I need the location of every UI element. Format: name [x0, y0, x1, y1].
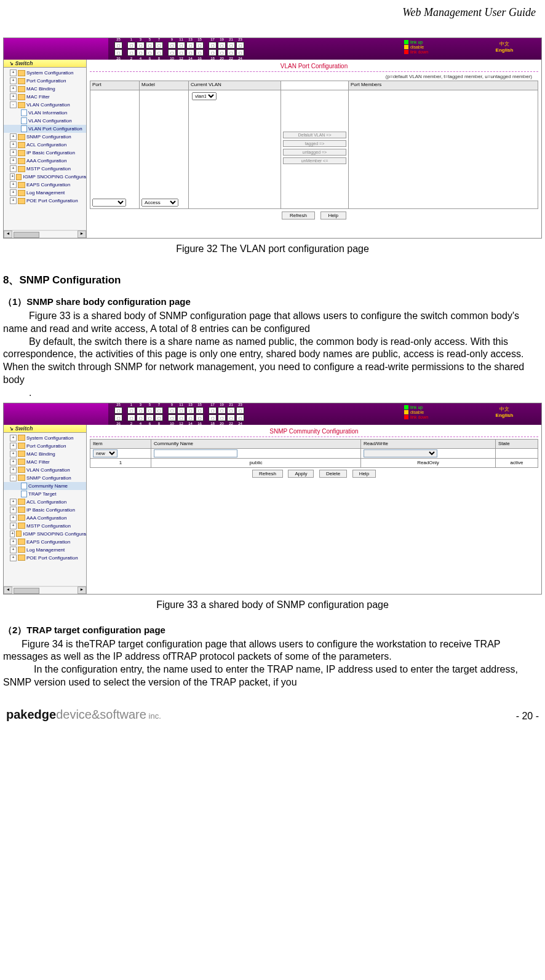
lang-zh[interactable]: 中文	[467, 41, 541, 47]
language-switch[interactable]: 中文 English	[467, 38, 541, 60]
folder-icon	[18, 467, 25, 473]
tree-item[interactable]: +POE Port Configuration	[4, 554, 86, 562]
scroll-left-icon[interactable]: ◄	[4, 231, 12, 238]
tree-item[interactable]: +IP Basic Configuration	[4, 149, 86, 157]
tree-item[interactable]: +SNMP Configuration	[4, 133, 86, 141]
read-write-select[interactable]	[364, 449, 437, 457]
community-name-input[interactable]	[154, 449, 237, 457]
tree-item[interactable]: +AAA Configuration	[4, 157, 86, 165]
folder-icon	[18, 150, 25, 156]
untagged-button[interactable]: untagged =>	[283, 149, 346, 156]
tree-item[interactable]: +POE Port Configuration	[4, 197, 86, 205]
tagged-button[interactable]: tagged =>	[283, 140, 346, 147]
switch-header: 25▢▢261▢▢23▢▢45▢▢67▢▢89▢▢1011▢▢1213▢▢141…	[4, 38, 541, 60]
scroll-right-icon[interactable]: ►	[78, 231, 86, 238]
nav-tree[interactable]: +System Configuration+Port Configuration…	[4, 68, 86, 206]
row-state: active	[496, 458, 538, 467]
tree-item[interactable]: +IGMP SNOOPING Configura	[4, 173, 86, 181]
sidebar-scrollbar[interactable]: ◄ ►	[4, 230, 86, 238]
tree-sub-item[interactable]: VLAN Port Configuration	[4, 125, 86, 133]
scroll-right-icon[interactable]: ►	[78, 587, 86, 594]
folder-icon	[18, 515, 25, 521]
tree-item[interactable]: +VLAN Configuration	[4, 466, 86, 474]
doc-icon	[21, 483, 27, 489]
tree-item[interactable]: +ACL Configuration	[4, 141, 86, 149]
tree-item[interactable]: +EAPS Configuration	[4, 181, 86, 189]
unmember-button[interactable]: unMember <=	[283, 157, 346, 164]
lang-en[interactable]: English	[467, 413, 541, 418]
tree-item[interactable]: +MSTP Configuration	[4, 165, 86, 173]
folder-icon	[18, 539, 25, 545]
folder-icon	[18, 158, 25, 164]
help-button[interactable]: Help	[352, 470, 376, 478]
tree-item[interactable]: +MSTP Configuration	[4, 522, 86, 530]
tree-item[interactable]: +Port Configuration	[4, 77, 86, 85]
col-port: Port	[90, 81, 140, 90]
tree-sub-item[interactable]: Community Name	[4, 482, 86, 490]
help-button[interactable]: Help	[320, 211, 346, 219]
col-state: State	[496, 439, 538, 448]
fig32-caption: Figure 32 The VLAN port configuration pa…	[3, 242, 542, 264]
scroll-thumb[interactable]	[14, 232, 39, 238]
lang-zh[interactable]: 中文	[467, 406, 541, 413]
tree-item[interactable]: +Log Management	[4, 546, 86, 554]
folder-icon	[18, 134, 25, 140]
folder-icon	[18, 142, 25, 148]
port-select[interactable]	[92, 199, 126, 207]
folder-icon	[18, 94, 25, 100]
col-current-vlan: Current VLAN	[189, 81, 281, 90]
tree-item[interactable]: +MAC Filter	[4, 458, 86, 466]
tree-item[interactable]: +Log Management	[4, 189, 86, 197]
tree-sub-item[interactable]: TRAP Target	[4, 490, 86, 498]
sidebar-title: ↘ Switch	[4, 60, 86, 68]
tree-item[interactable]: +ACL Configuration	[4, 498, 86, 506]
folder-icon	[18, 459, 25, 465]
apply-button[interactable]: Apply	[288, 470, 314, 478]
tree-item[interactable]: +MAC Binding	[4, 85, 86, 93]
nav-sidebar: ↘ Switch +System Configuration+Port Conf…	[4, 60, 87, 238]
tree-item[interactable]: +MAC Filter	[4, 93, 86, 101]
sidebar-scrollbar[interactable]: ◄ ►	[4, 586, 86, 594]
tree-item[interactable]: +IGMP SNOOPING Configura	[4, 530, 86, 538]
tree-item[interactable]: +IP Basic Configuration	[4, 506, 86, 514]
nav-tree[interactable]: +System Configuration+Port Configuration…	[4, 433, 86, 563]
tree-item[interactable]: +AAA Configuration	[4, 514, 86, 522]
tree-sub-item[interactable]: VLAN Configuration	[4, 117, 86, 125]
item-select[interactable]: new	[93, 449, 117, 457]
tree-item[interactable]: +EAPS Configuration	[4, 538, 86, 546]
folder-icon	[16, 531, 22, 537]
refresh-button[interactable]: Refresh	[252, 470, 283, 478]
current-vlan-select[interactable]: vlan1	[192, 92, 217, 100]
tree-item[interactable]: +Port Configuration	[4, 442, 86, 450]
tree-item[interactable]: +MAC Binding	[4, 450, 86, 458]
section-8-heading: 8、SNMP Configuration	[3, 273, 542, 287]
scroll-left-icon[interactable]: ◄	[4, 587, 12, 594]
legend-link-down: link down	[410, 50, 428, 54]
scroll-thumb[interactable]	[14, 588, 39, 594]
sub-1-body: Figure 33 is a shared body of SNMP confi…	[3, 310, 542, 400]
delete-button[interactable]: Delete	[319, 470, 347, 478]
switch-header: 25▢▢261▢▢23▢▢45▢▢67▢▢89▢▢1011▢▢1213▢▢141…	[4, 403, 541, 425]
folder-icon	[18, 102, 25, 108]
fig32-screenshot: 25▢▢261▢▢23▢▢45▢▢67▢▢89▢▢1011▢▢1213▢▢141…	[3, 38, 542, 239]
model-select[interactable]: Access	[141, 199, 178, 207]
folder-icon	[18, 198, 25, 204]
refresh-button[interactable]: Refresh	[282, 211, 315, 219]
tree-item[interactable]: +System Configuration	[4, 434, 86, 442]
folder-icon	[18, 182, 25, 188]
link-legend: link up disable link down	[402, 38, 467, 60]
sub-1-heading: （1）SNMP share body configuration page	[3, 296, 542, 308]
folder-icon	[18, 435, 25, 441]
language-switch[interactable]: 中文 English	[467, 403, 541, 425]
brand-logo: pakedgedevice&software inc.	[6, 708, 161, 722]
doc-icon	[21, 109, 27, 116]
tree-item[interactable]: +System Configuration	[4, 69, 86, 77]
lang-en[interactable]: English	[467, 47, 541, 53]
legend-hint: (p=default VLAN member, t=tagged member,…	[90, 74, 538, 79]
sidebar-title: ↘ Switch	[4, 425, 86, 433]
tree-sub-item[interactable]: VLAN Information	[4, 109, 86, 117]
tree-item[interactable]: -VLAN Configuration	[4, 101, 86, 109]
tree-item[interactable]: -SNMP Configuration	[4, 474, 86, 482]
default-vlan-button[interactable]: Defalult VLAN =>	[283, 132, 346, 138]
col-read-write: Read/Write	[361, 439, 496, 448]
